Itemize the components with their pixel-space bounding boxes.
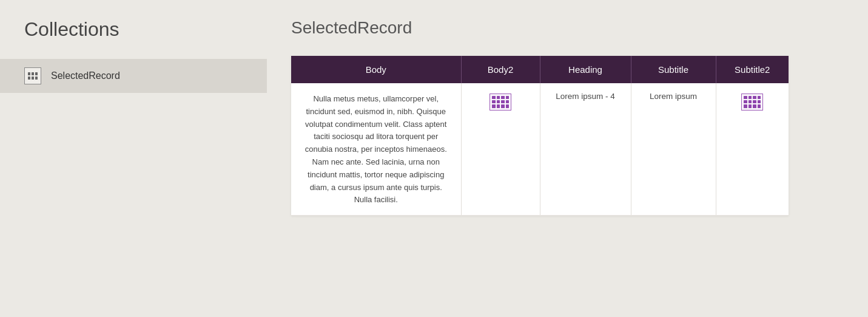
column-header-heading: Heading xyxy=(540,56,631,83)
sidebar-item-label: SelectedRecord xyxy=(51,70,120,81)
body-text: Nulla metus metus, ullamcorper vel, tinc… xyxy=(302,93,450,206)
cell-subtitle: Lorem ipsum xyxy=(631,83,716,216)
grid-icon-small xyxy=(28,72,38,80)
cell-heading: Lorem ipsum - 4 xyxy=(540,83,631,216)
table-row: Nulla metus metus, ullamcorper vel, tinc… xyxy=(291,83,789,216)
cell-subtitle2[interactable] xyxy=(716,83,789,216)
data-table: Body Body2 Heading Subtitle Subtitle2 Nu… xyxy=(291,56,789,216)
subtitle2-grid-icon[interactable] xyxy=(741,94,763,111)
table-header-row: Body Body2 Heading Subtitle Subtitle2 xyxy=(291,56,789,83)
cell-body2[interactable] xyxy=(461,83,540,216)
subtitle-text: Lorem ipsum xyxy=(650,92,697,101)
heading-text: Lorem ipsum - 4 xyxy=(556,92,615,101)
column-header-subtitle: Subtitle xyxy=(631,56,716,83)
column-header-body2: Body2 xyxy=(461,56,540,83)
sidebar: Collections SelectedRecord xyxy=(0,0,267,317)
column-header-subtitle2: Subtitle2 xyxy=(716,56,789,83)
cell-body: Nulla metus metus, ullamcorper vel, tinc… xyxy=(291,83,461,216)
table-icon xyxy=(24,67,41,84)
main-content: SelectedRecord Body Body2 Heading Subtit… xyxy=(267,0,868,317)
sidebar-item-selected-record[interactable]: SelectedRecord xyxy=(0,59,267,93)
body2-grid-icon[interactable] xyxy=(490,94,511,111)
sidebar-title: Collections xyxy=(0,18,267,59)
column-header-body: Body xyxy=(291,56,461,83)
page-title: SelectedRecord xyxy=(291,18,844,38)
